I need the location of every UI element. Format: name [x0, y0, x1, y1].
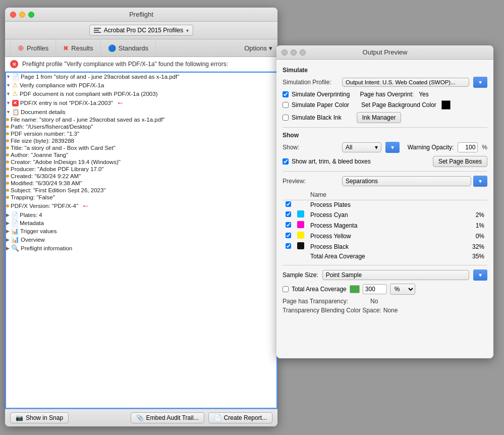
- expand-icon: ▼: [6, 74, 11, 79]
- profile-dropdown[interactable]: Acrobat Pro DC 2015 Profiles ▾: [89, 25, 193, 36]
- show-dropdown[interactable]: All ▾: [342, 142, 381, 152]
- collapse-icon: ▶: [6, 237, 10, 242]
- list-item[interactable]: ▼ ⚠ Verify compliance with PDF/X-1a: [6, 81, 276, 89]
- tac-color-swatch[interactable]: [350, 285, 360, 293]
- close-button[interactable]: [10, 12, 16, 18]
- show-dropdown-label: Show:: [283, 144, 338, 151]
- output-close-button[interactable]: [282, 49, 288, 56]
- list-item[interactable]: File name: "story of and - june 29acroba…: [6, 116, 276, 123]
- list-item[interactable]: ▶ 📄 Metadata: [6, 219, 276, 227]
- divider-3: [283, 265, 487, 265]
- tab-results[interactable]: ✖ Results: [56, 40, 100, 56]
- list-item[interactable]: Path: "/Users/fishercat/Desktop": [6, 123, 276, 130]
- list-item[interactable]: ▼ ⚠ PDF document is not compliant with P…: [6, 89, 276, 98]
- sep-check-yellow[interactable]: [283, 231, 294, 241]
- list-item[interactable]: Modified: "6/30/24 9:38 AM": [6, 180, 276, 187]
- list-item[interactable]: Trapping: "False": [6, 194, 276, 201]
- output-maximize-button[interactable]: [300, 49, 306, 56]
- options-chevron-icon: ▾: [269, 44, 272, 52]
- tac-percent-dropdown[interactable]: %: [390, 284, 415, 295]
- page-has-overprint-value: Yes: [419, 91, 429, 98]
- sep-check-magenta[interactable]: [283, 220, 294, 231]
- tree-content[interactable]: ▼ 📄 Page 1 from "story of and - june 29a…: [5, 72, 277, 409]
- list-item[interactable]: Author: "Joanne Tang": [6, 151, 276, 158]
- simulate-paper-color-checkbox[interactable]: [283, 102, 289, 108]
- list-item[interactable]: ▶ 🔍 Preflight information: [6, 244, 276, 252]
- show-art-trim-row: Show art, trim, & bleed boxes Set Page B…: [283, 156, 487, 167]
- list-item[interactable]: File size (byte): 2839288: [6, 137, 276, 144]
- show-art-trim-checkbox[interactable]: [283, 158, 289, 165]
- simulation-profile-blue-btn[interactable]: ▾: [473, 77, 487, 88]
- sep-color-black: [294, 241, 307, 252]
- warning-opacity-input[interactable]: [458, 142, 478, 152]
- expand-icon: ▼: [6, 100, 11, 105]
- sep-value-plates: [462, 200, 487, 210]
- list-item[interactable]: ▼ 📄 Page 1 from "story of and - june 29a…: [6, 73, 276, 81]
- output-content: Simulate Simulation Profile: Output Inte…: [276, 60, 493, 358]
- tree-text: PDF version number: "1.3": [11, 131, 79, 137]
- tab-bar: ⊕ Profiles ✖ Results 🔵 Standards Options…: [5, 39, 277, 57]
- table-row: Process Magenta 1%: [283, 220, 487, 231]
- output-minimize-button[interactable]: [291, 49, 297, 56]
- list-item[interactable]: Subject: "First Edition Sept 26, 2023": [6, 187, 276, 194]
- list-item[interactable]: ▼ ✕ PDF/X entry is not "PDF/X-1a:2003" ←: [6, 98, 276, 108]
- ink-manager-button[interactable]: Ink Manager: [357, 112, 402, 123]
- preview-value: Separations: [346, 178, 378, 185]
- tab-profiles[interactable]: ⊕ Profiles: [10, 39, 56, 57]
- simulation-profile-dropdown[interactable]: Output Intent: U.S. Web Coated (SWOP)...: [342, 78, 469, 87]
- list-item[interactable]: ▶ 📄 Plates: 4: [6, 211, 276, 219]
- set-page-background-label: Set Page Background Color: [361, 101, 436, 108]
- list-item[interactable]: ▶ 📊 Trigger values: [6, 227, 276, 235]
- simulate-black-ink-checkbox[interactable]: [283, 115, 289, 121]
- tac-value-input[interactable]: [363, 284, 387, 294]
- results-icon: ✖: [63, 44, 69, 52]
- collapse-icon: ▶: [6, 229, 10, 234]
- trigger-icon: 📊: [11, 228, 19, 235]
- tree-text: Subject: "First Edition Sept 26, 2023": [11, 187, 105, 193]
- page-background-color-swatch[interactable]: [441, 100, 451, 110]
- list-item[interactable]: Title: "a story of and - Box with Card S…: [6, 144, 276, 151]
- tac-checkbox[interactable]: [283, 286, 289, 292]
- show-dropdown-blue-btn[interactable]: ▾: [385, 142, 400, 153]
- preview-dropdown-blue-btn[interactable]: ▾: [473, 176, 487, 187]
- preview-label: Preview:: [283, 178, 338, 185]
- simulation-profile-value: Output Intent: U.S. Web Coated (SWOP)...: [346, 79, 456, 85]
- set-page-boxes-button[interactable]: Set Page Boxes: [433, 156, 487, 167]
- bullet-icon: [6, 189, 9, 192]
- simulate-overprinting-checkbox[interactable]: [283, 91, 289, 97]
- sep-check-black[interactable]: [283, 241, 294, 252]
- tree-text: Creator: "Adobe InDesign 19.4 (Windows)": [11, 159, 121, 165]
- sample-size-dropdown[interactable]: Point Sample: [322, 270, 469, 280]
- preview-dropdown[interactable]: Separations: [342, 176, 471, 186]
- list-item[interactable]: Created: "6/30/24 9:22 AM": [6, 173, 276, 180]
- embed-audit-trail-button[interactable]: 📎 Embed Audit Trail...: [131, 412, 204, 423]
- bullet-icon: [6, 118, 9, 121]
- sep-col-name: Name: [307, 190, 462, 200]
- bottom-right-buttons: 📎 Embed Audit Trail... 📄 Create Report..…: [131, 412, 272, 423]
- list-item[interactable]: PDF/X Version: "PDF/X-4" ←: [6, 201, 276, 211]
- options-button[interactable]: Options ▾: [244, 44, 272, 52]
- bars-icon: [94, 28, 101, 33]
- list-item[interactable]: ▼ 📋 Document details: [6, 108, 276, 116]
- sep-check-plates[interactable]: [283, 200, 294, 210]
- minimize-button[interactable]: [19, 12, 25, 18]
- transparency-blending-value: None: [383, 307, 398, 314]
- sample-size-blue-btn[interactable]: ▾: [473, 269, 487, 281]
- output-title: Output Preview: [363, 48, 408, 56]
- list-item[interactable]: ▶ 📊 Overview: [6, 235, 276, 244]
- show-dropdown-value: All: [346, 144, 352, 151]
- simulate-black-ink-row: Simulate Black Ink Ink Manager: [283, 112, 487, 123]
- list-item[interactable]: PDF version number: "1.3": [6, 130, 276, 137]
- maximize-button[interactable]: [28, 12, 34, 18]
- output-preview-window: Output Preview Simulate Simulation Profi…: [276, 45, 493, 358]
- sep-check-cyan[interactable]: [283, 209, 294, 220]
- tree-text: Path: "/Users/fishercat/Desktop": [11, 124, 93, 130]
- list-item[interactable]: Producer: "Adobe PDF Library 17.0": [6, 166, 276, 173]
- tab-standards[interactable]: 🔵 Standards: [101, 40, 156, 56]
- show-in-snap-button[interactable]: 📷 Show in Snap: [10, 412, 69, 423]
- warning-icon: ⚠: [12, 90, 18, 97]
- preflight-window: Preflight Acrobat Pro DC 2015 Profiles ▾…: [5, 8, 277, 426]
- list-item[interactable]: Creator: "Adobe InDesign 19.4 (Windows)": [6, 158, 276, 166]
- simulate-overprinting-row: Simulate Overprinting Page has Overprint…: [283, 91, 487, 98]
- create-report-button[interactable]: 📄 Create Report...: [208, 412, 272, 423]
